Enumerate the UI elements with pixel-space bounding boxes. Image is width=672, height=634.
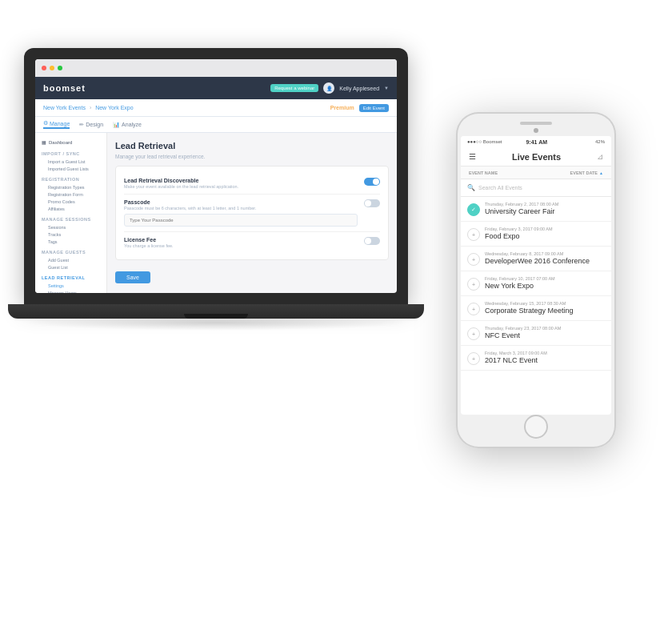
sidebar-item-promo-codes[interactable]: Promo Codes <box>35 198 106 205</box>
filter-icon[interactable]: ⊿ <box>597 152 603 161</box>
laptop-screen: boomset Request a webinar 👤 Kelly Apples… <box>35 59 397 293</box>
list-item[interactable]: ✓ Thursday, February 2, 2017 08:00 AM Un… <box>461 197 611 222</box>
design-icon: ✏ <box>79 122 84 128</box>
toggle-discoverable[interactable] <box>364 178 380 186</box>
laptop: boomset Request a webinar 👤 Kelly Apples… <box>24 48 408 528</box>
sidebar-item-lead-settings[interactable]: Settings <box>35 282 106 289</box>
event-add-icon: + <box>467 278 480 291</box>
sidebar-item-reg-types[interactable]: Registration Types <box>35 183 106 191</box>
event-name: Food Expo <box>485 232 605 240</box>
list-item[interactable]: + Wednesday, February 8, 2017 09:00 AM D… <box>461 247 611 271</box>
event-name: DeveloperWee 2016 Conference <box>485 257 605 265</box>
list-item[interactable]: + Wednesday, February 15, 2017 08:30 AM … <box>461 296 611 321</box>
main-content: ▦ Dashboard Import / Sync Import a Guest… <box>35 133 397 293</box>
panel-subtitle: Manage your lead retrieval experience. <box>115 154 389 159</box>
event-date: Friday, March 3, 2017 09:00 AM <box>485 351 605 355</box>
breadcrumb-parent[interactable]: New York Events <box>43 105 86 110</box>
sidebar-item-sessions[interactable]: Sessions <box>35 223 106 231</box>
search-placeholder[interactable]: Search All Events <box>478 185 522 191</box>
setting-row-license: License Fee You charge a license fee. <box>124 232 380 253</box>
setting-info-passcode: Passcode Passcode must be 6 characters, … <box>124 199 358 227</box>
sidebar-item-imported-lists[interactable]: Imported Guest Lists <box>35 165 106 172</box>
event-name: NFC Event <box>485 331 605 339</box>
sidebar-item-reg-form[interactable]: Registration Form <box>35 191 106 198</box>
setting-desc-license: You charge a license fee. <box>124 243 358 248</box>
event-info: Wednesday, February 15, 2017 08:30 AM Co… <box>485 301 605 315</box>
list-item[interactable]: + Friday, February 10, 2017 07:00 AM New… <box>461 271 611 296</box>
list-item[interactable]: + Friday, February 3, 2017 09:00 AM Food… <box>461 222 611 247</box>
tab-design[interactable]: ✏ Design <box>79 122 103 128</box>
breadcrumb: New York Events › New York Expo <box>43 105 134 110</box>
edit-event-button[interactable]: Edit Event <box>359 104 389 112</box>
event-add-icon: + <box>467 352 480 365</box>
sidebar-section-import: Import / Sync Import a Guest List Import… <box>35 150 106 172</box>
col-header-date[interactable]: Event Date ▲ <box>570 171 603 175</box>
event-info: Wednesday, February 8, 2017 09:00 AM Dev… <box>485 251 605 265</box>
close-dot[interactable] <box>42 66 46 70</box>
phone-search-bar: 🔍 Search All Events <box>461 179 611 197</box>
event-info: Thursday, February 23, 2017 08:00 AM NFC… <box>485 326 605 339</box>
phone-status-bar: ●●●○○ Boomset 9:41 AM 42% <box>461 136 611 147</box>
event-name: Corporate Strategy Meeting <box>485 307 605 315</box>
phone-events-list: ✓ Thursday, February 2, 2017 08:00 AM Un… <box>461 197 611 415</box>
setting-info-license: License Fee You charge a license fee. <box>124 237 358 248</box>
event-date: Thursday, February 2, 2017 08:00 AM <box>485 202 605 207</box>
webinar-button[interactable]: Request a webinar <box>270 84 318 92</box>
sidebar-section-title-import: Import / Sync <box>35 150 106 158</box>
setting-desc-passcode: Passcode must be 6 characters, with at l… <box>124 206 358 211</box>
laptop-body: boomset Request a webinar 👤 Kelly Apples… <box>24 48 408 304</box>
sidebar-item-add-guest[interactable]: Add Guest <box>35 256 106 263</box>
content-panel: Lead Retrieval Manage your lead retrieva… <box>107 133 397 293</box>
setting-row-passcode: Passcode Passcode must be 6 characters, … <box>124 195 380 232</box>
event-date: Friday, February 3, 2017 09:00 AM <box>485 227 605 231</box>
list-item[interactable]: + Thursday, February 23, 2017 08:00 AM N… <box>461 321 611 346</box>
event-info: Friday, February 10, 2017 07:00 AM New Y… <box>485 276 605 290</box>
sidebar-item-guest-list[interactable]: Guest List <box>35 263 106 271</box>
sidebar-section-guests: Manage Guests Add Guest Guest List <box>35 248 106 271</box>
tabs-bar: ⚙ Manage ✏ Design 📊 Analyze <box>35 117 397 133</box>
dashboard-icon: ▦ <box>42 139 46 145</box>
setting-name-discoverable: Lead Retrieval Discoverable <box>124 178 358 183</box>
event-info: Thursday, February 2, 2017 08:00 AM Univ… <box>485 202 605 215</box>
sidebar-section-title-guests: Manage Guests <box>35 248 106 256</box>
sidebar-item-tracks[interactable]: Tracks <box>35 231 106 238</box>
phone-carrier: ●●●○○ Boomset <box>467 139 502 144</box>
sidebar-item-import-guest[interactable]: Import a Guest List <box>35 158 106 165</box>
user-name-label: Kelly Appleseed <box>339 86 379 91</box>
event-info: Friday, March 3, 2017 09:00 AM 2017 NLC … <box>485 351 605 364</box>
sidebar-section-registration: Registration Registration Types Registra… <box>35 175 106 212</box>
minimize-dot[interactable] <box>50 66 54 70</box>
sidebar-item-dashboard[interactable]: ▦ Dashboard <box>35 138 106 146</box>
toggle-license[interactable] <box>364 237 380 245</box>
maximize-dot[interactable] <box>58 66 62 70</box>
premium-badge: Premium <box>330 105 354 110</box>
phone-nav-bar: ☰ Live Events ⊿ <box>461 147 611 167</box>
sidebar-section-title-reg: Registration <box>35 175 106 183</box>
event-add-icon: + <box>467 327 480 340</box>
phone-home-button[interactable] <box>524 415 548 439</box>
sidebar-item-tags[interactable]: Tags <box>35 238 106 245</box>
list-item[interactable]: + Friday, March 3, 2017 09:00 AM 2017 NL… <box>461 346 611 371</box>
phone-camera <box>534 128 538 133</box>
tab-manage[interactable]: ⚙ Manage <box>43 120 70 129</box>
event-name: 2017 NLC Event <box>485 356 605 364</box>
event-add-icon: + <box>467 303 480 315</box>
col-header-name: Event Name <box>469 171 498 175</box>
manage-icon: ⚙ <box>43 120 48 126</box>
breadcrumb-current: New York Expo <box>95 105 133 110</box>
event-name: New York Expo <box>485 282 605 290</box>
panel-title: Lead Retrieval <box>115 141 389 150</box>
sub-header: New York Events › New York Expo Premium … <box>35 99 397 117</box>
sidebar-item-affiliates[interactable]: Affiliates <box>35 205 106 212</box>
chevron-down-icon: ▼ <box>384 86 389 90</box>
sidebar-item-lead-users[interactable]: Manage Users <box>35 289 106 293</box>
phone-speaker <box>520 122 552 125</box>
save-button[interactable]: Save <box>115 271 150 283</box>
tab-analyze[interactable]: 📊 Analyze <box>113 122 142 128</box>
passcode-input[interactable] <box>124 214 358 227</box>
app-logo: boomset <box>43 83 86 93</box>
toggle-passcode[interactable] <box>364 199 380 207</box>
hamburger-icon[interactable]: ☰ <box>469 152 476 161</box>
sidebar-section-sessions: Manage Sessions Sessions Tracks Tags <box>35 215 106 245</box>
search-icon: 🔍 <box>467 184 475 191</box>
